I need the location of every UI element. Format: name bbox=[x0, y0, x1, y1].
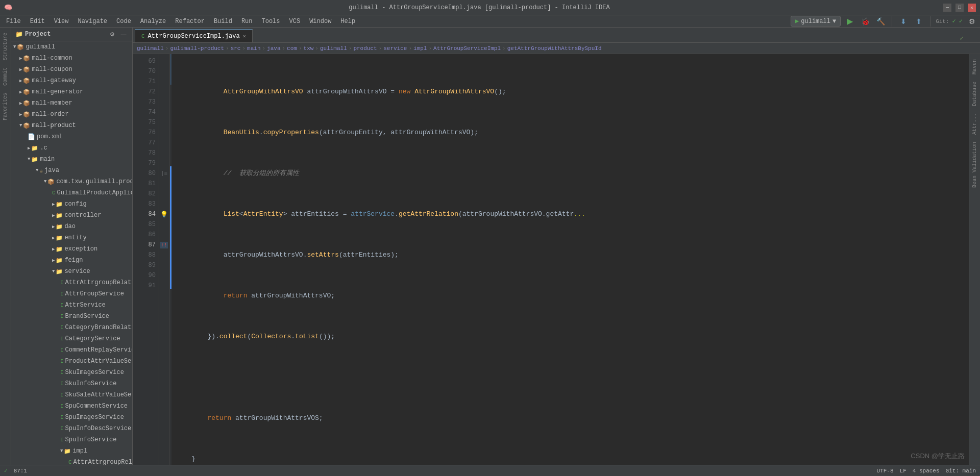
menu-file[interactable]: File bbox=[2, 17, 25, 26]
tree-c[interactable]: ▶ 📁 .c bbox=[11, 142, 132, 154]
bc-class[interactable]: AttrGroupServiceImpl bbox=[433, 45, 501, 52]
code-editor[interactable]: AttrGroupWithAttrsVO attrGroupWithAttrsV… bbox=[172, 54, 969, 465]
tree-exception[interactable]: ▶ 📁 exception bbox=[11, 243, 132, 255]
tree-java[interactable]: ▼ ☕ java bbox=[11, 165, 132, 176]
bc-product2[interactable]: product bbox=[353, 45, 377, 52]
tree-gulimall[interactable]: ▼ 📦 gulimall bbox=[11, 41, 132, 53]
sidebar-settings-button[interactable]: ⚙ bbox=[108, 30, 117, 39]
code-line-72: List<AttrEntity> attrEntities = attrServ… bbox=[176, 209, 965, 219]
tree-mall-generator[interactable]: ▶ 📦 mall-generator bbox=[11, 86, 132, 97]
lightbulb-icon[interactable]: 💡 bbox=[160, 211, 168, 218]
settings-button[interactable]: ⚙ bbox=[966, 15, 978, 28]
tree-SpuCommentService[interactable]: I SpuCommentService bbox=[11, 400, 132, 412]
tree-mall-order[interactable]: ▶ 📦 mall-order bbox=[11, 109, 132, 120]
tree-ProductAttrValueService[interactable]: I ProductAttrValueService bbox=[11, 356, 132, 367]
minimize-button[interactable]: — bbox=[943, 4, 951, 12]
close-button[interactable]: ✕ bbox=[968, 4, 976, 12]
tree-AttrAttrgroupRelationService[interactable]: I AttrAttrgroupRelationService bbox=[11, 277, 132, 288]
favorites-tab[interactable]: Favorites bbox=[2, 90, 9, 123]
editor-area[interactable]: 69 70 71 72 73 74 75 76 77 78 79 80 81 8… bbox=[133, 54, 980, 465]
menu-code[interactable]: Code bbox=[112, 17, 135, 26]
tree-SpuInfoDescService[interactable]: I SpuInfoDescService bbox=[11, 423, 132, 434]
status-check: ✓ bbox=[4, 467, 8, 474]
bc-service[interactable]: service bbox=[383, 45, 407, 52]
code-line-77: return attrGroupWithAttrsVOS; bbox=[176, 413, 965, 423]
menu-navigate[interactable]: Navigate bbox=[74, 17, 111, 26]
bc-txw[interactable]: txw bbox=[304, 45, 314, 52]
bean-validation-tab[interactable]: Bean Validation bbox=[971, 139, 978, 191]
gutter: |≡ 💡 ↑! bbox=[159, 54, 169, 465]
menu-view[interactable]: View bbox=[50, 17, 73, 26]
bc-impl[interactable]: impl bbox=[413, 45, 427, 52]
tree-SkuImagesService[interactable]: I SkuImagesService bbox=[11, 367, 132, 378]
bc-src[interactable]: src bbox=[231, 45, 241, 52]
maximize-button[interactable]: □ bbox=[955, 4, 964, 12]
menu-refactor[interactable]: Refactor bbox=[171, 17, 209, 26]
menu-analyze[interactable]: Analyze bbox=[136, 17, 170, 26]
debug-button[interactable]: 🐞 bbox=[859, 15, 871, 28]
status-line-ending[interactable]: LF bbox=[900, 468, 906, 474]
bc-com[interactable]: com bbox=[287, 45, 297, 52]
attr-tab[interactable]: Attr... bbox=[971, 110, 978, 138]
tree-AttrService[interactable]: I AttrService bbox=[11, 299, 132, 311]
database-tab[interactable]: Database bbox=[971, 79, 978, 109]
tree-controller[interactable]: ▶ 📁 controller bbox=[11, 210, 132, 221]
run-button[interactable]: ▶ bbox=[844, 15, 856, 28]
tree-CategoryService[interactable]: I CategoryService bbox=[11, 333, 132, 344]
tree-feign[interactable]: ▶ 📁 feign bbox=[11, 255, 132, 266]
code-line-78: } bbox=[176, 454, 965, 464]
menu-help[interactable]: Help bbox=[336, 17, 359, 26]
run-config-selector[interactable]: ▶ gulimall ▼ bbox=[791, 16, 841, 27]
tab-close-button[interactable]: ✕ bbox=[243, 33, 246, 39]
menu-vcs[interactable]: VCS bbox=[285, 17, 305, 26]
status-encoding[interactable]: UTF-8 bbox=[877, 468, 894, 474]
menu-run[interactable]: Run bbox=[237, 17, 257, 26]
tree-dao[interactable]: ▶ 📁 dao bbox=[11, 221, 132, 232]
tree-impl[interactable]: ▼ 📁 impl bbox=[11, 445, 132, 457]
sidebar-collapse-button[interactable]: — bbox=[119, 30, 128, 39]
tree-mall-coupon[interactable]: ▶ 📦 mall-coupon bbox=[11, 64, 132, 75]
bc-java[interactable]: java bbox=[267, 45, 280, 52]
tree-SkuInfoService[interactable]: I SkuInfoService bbox=[11, 378, 132, 389]
git-push-button[interactable]: ⬆ bbox=[913, 15, 925, 28]
tree-mall-common[interactable]: ▶ 📦 mall-common bbox=[11, 53, 132, 64]
menu-bar: File Edit View Navigate Code Analyze Ref… bbox=[0, 15, 980, 28]
line-numbers: 69 70 71 72 73 74 75 76 77 78 79 80 81 8… bbox=[133, 54, 159, 465]
editor-tab-attrgroup[interactable]: C AttrGroupServiceImpl.java ✕ bbox=[135, 29, 253, 42]
tree-AttrAttrgroupRelationServiceImpl[interactable]: C AttrAttrgroupRelationServiceI bbox=[11, 457, 132, 465]
override-marker: ↑! bbox=[160, 242, 167, 248]
tree-BrandService[interactable]: I BrandService bbox=[11, 311, 132, 322]
tree-SpuInfoService[interactable]: I SpuInfoService bbox=[11, 434, 132, 445]
tree-CategoryBrandRelationService[interactable]: I CategoryBrandRelationService bbox=[11, 322, 132, 333]
tree-CommentReplayService[interactable]: I CommentReplayService bbox=[11, 344, 132, 356]
tree-gulimall-app[interactable]: C GulimallProductApplication bbox=[11, 187, 132, 198]
tree-config[interactable]: ▶ 📁 config bbox=[11, 198, 132, 210]
bc-gulimall2[interactable]: gulimall bbox=[320, 45, 347, 52]
git-update-button[interactable]: ⬇ bbox=[897, 15, 910, 28]
menu-build[interactable]: Build bbox=[210, 17, 236, 26]
menu-window[interactable]: Window bbox=[305, 17, 335, 26]
commit-tab[interactable]: Commit bbox=[2, 64, 9, 89]
tree-package[interactable]: ▼ 📦 com.txw.gulimall.product bbox=[11, 176, 132, 187]
structure-tab[interactable]: Structure bbox=[2, 30, 9, 63]
tree-mall-member[interactable]: ▶ 📦 mall-member bbox=[11, 97, 132, 109]
tree-SpuImagesService[interactable]: I SpuImagesService bbox=[11, 412, 132, 423]
build-button[interactable]: 🔨 bbox=[874, 15, 887, 28]
tree-pom[interactable]: 📄 pom.xml bbox=[11, 131, 132, 142]
status-indent[interactable]: 4 spaces bbox=[913, 468, 940, 474]
bc-gulimall[interactable]: gulimall bbox=[137, 45, 164, 52]
tree-main[interactable]: ▼ 📁 main bbox=[11, 154, 132, 165]
tree-AttrGroupService[interactable]: I AttrGroupService bbox=[11, 288, 132, 299]
code-line-74: return attrGroupWithAttrsVO; bbox=[176, 291, 965, 301]
bc-method[interactable]: getAttrGroupWithAttrsBySpuId bbox=[507, 45, 602, 52]
menu-edit[interactable]: Edit bbox=[26, 17, 49, 26]
tree-mall-gateway[interactable]: ▶ 📦 mall-gateway bbox=[11, 75, 132, 86]
tree-mall-product[interactable]: ▼ 📦 mall-product bbox=[11, 120, 132, 131]
tree-SkuSaleAttrValueService[interactable]: I SkuSaleAttrValueService bbox=[11, 389, 132, 400]
maven-tab[interactable]: Maven bbox=[971, 56, 978, 78]
tree-service[interactable]: ▼ 📁 service bbox=[11, 266, 132, 277]
bc-main[interactable]: main bbox=[247, 45, 260, 52]
bc-product[interactable]: gulimall-product bbox=[170, 45, 224, 52]
menu-tools[interactable]: Tools bbox=[258, 17, 284, 26]
tree-entity[interactable]: ▶ 📁 entity bbox=[11, 232, 132, 243]
